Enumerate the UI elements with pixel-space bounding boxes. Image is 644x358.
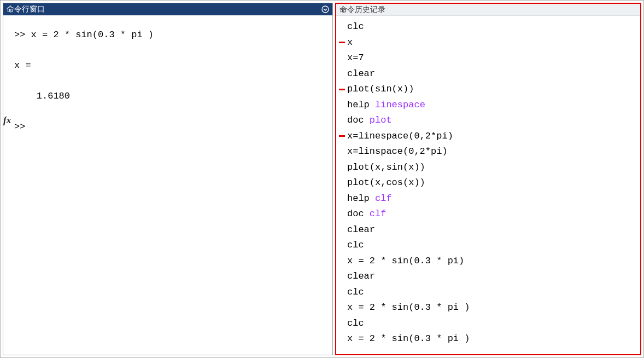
history-item-text: x: [347, 35, 353, 51]
history-error-marker: [336, 135, 347, 137]
history-item[interactable]: clc: [336, 285, 640, 301]
history-item-text: x = 2 * sin(0.3 * pi ): [347, 331, 470, 347]
history-item[interactable]: clear: [336, 269, 640, 285]
history-item[interactable]: clear: [336, 222, 640, 238]
command-window-title: 命令行窗口: [7, 4, 320, 14]
command-window-titlebar[interactable]: 命令行窗口: [3, 3, 332, 15]
history-item[interactable]: clc: [336, 316, 640, 332]
history-text-segment: clc: [347, 318, 364, 328]
history-item-text: plot(x,cos(x)): [347, 175, 425, 191]
history-item-text: clc: [347, 316, 364, 332]
history-item[interactable]: x: [336, 35, 640, 51]
chevron-down-circle-icon: [321, 5, 329, 13]
history-text-segment: help: [347, 193, 375, 204]
command-line: [14, 73, 332, 89]
history-item-text: x = 2 * sin(0.3 * pi): [347, 253, 464, 269]
history-item-text: help clf: [347, 191, 392, 207]
command-output[interactable]: >> x = 2 * sin(0.3 * pi ) x = 1.6180 >>: [14, 15, 332, 355]
history-text-segment: plot(x,sin(x)): [347, 162, 425, 172]
history-item-text: x=linspace(0,2*pi): [347, 144, 448, 160]
app-window: 命令行窗口 fx >> x = 2 * sin(0.3 * pi ) x = 1…: [0, 0, 644, 358]
history-item[interactable]: clear: [336, 66, 640, 82]
history-item-text: clear: [347, 66, 375, 82]
svg-point-0: [322, 6, 329, 13]
history-item-text: help linespace: [347, 97, 425, 113]
history-text-segment: x=7: [347, 53, 364, 63]
command-gutter: fx: [3, 15, 14, 355]
history-text-segment: x=linspace(0,2*pi): [347, 146, 448, 157]
history-title: 命令历史记录: [339, 5, 385, 15]
history-text-segment: plot(x,cos(x)): [347, 177, 425, 188]
history-panel: 命令历史记录 clcxx=7clearplot(sin(x))help line…: [335, 3, 641, 355]
history-item[interactable]: x=linspace(0,2*pi): [336, 144, 640, 160]
history-text-segment: x = 2 * sin(0.3 * pi ): [347, 333, 470, 344]
history-item-text: x = 2 * sin(0.3 * pi ): [347, 300, 470, 316]
history-text-segment: clc: [347, 287, 364, 297]
history-text-segment: clc: [347, 21, 364, 32]
history-text-segment: clear: [347, 224, 375, 235]
history-item[interactable]: help linespace: [336, 97, 640, 113]
history-text-segment: x: [347, 37, 353, 48]
history-item-text: doc clf: [347, 206, 386, 222]
history-text-segment: plot(sin(x)): [347, 84, 414, 94]
command-line: >> x = 2 * sin(0.3 * pi ): [14, 27, 332, 43]
history-item[interactable]: clc: [336, 19, 640, 35]
main-row: 命令行窗口 fx >> x = 2 * sin(0.3 * pi ) x = 1…: [1, 1, 643, 357]
history-item-text: doc plot: [347, 113, 392, 129]
history-item-text: clear: [347, 269, 375, 285]
history-item-text: clc: [347, 238, 364, 253]
history-keyword: linespace: [375, 100, 425, 110]
command-window-panel: 命令行窗口 fx >> x = 2 * sin(0.3 * pi ) x = 1…: [3, 3, 333, 355]
history-panel-wrapper: 命令历史记录 clcxx=7clearplot(sin(x))help line…: [335, 3, 641, 355]
history-list: clcxx=7clearplot(sin(x))help linespacedo…: [336, 16, 640, 347]
history-item[interactable]: x = 2 * sin(0.3 * pi): [336, 253, 640, 269]
history-text-segment: doc: [347, 209, 370, 219]
history-item[interactable]: doc plot: [336, 113, 640, 129]
history-item[interactable]: x = 2 * sin(0.3 * pi ): [336, 300, 640, 316]
history-error-marker: [336, 89, 347, 90]
history-text-segment: help: [347, 100, 375, 110]
history-item[interactable]: plot(x,cos(x)): [336, 175, 640, 191]
history-item-text: x=7: [347, 50, 364, 66]
command-line: [14, 43, 332, 58]
history-text-segment: clear: [347, 68, 375, 79]
history-item-text: clc: [347, 19, 364, 35]
history-item[interactable]: plot(sin(x)): [336, 82, 640, 97]
history-keyword: clf: [370, 209, 387, 219]
history-item-text: plot(sin(x)): [347, 82, 414, 97]
history-keyword: plot: [370, 115, 392, 125]
panel-menu-button[interactable]: [320, 4, 330, 14]
command-line: >>: [14, 119, 332, 135]
history-keyword: clf: [375, 193, 392, 204]
history-item[interactable]: plot(x,sin(x)): [336, 160, 640, 176]
history-item-text: clc: [347, 285, 364, 301]
history-item[interactable]: x=linespace(0,2*pi): [336, 129, 640, 145]
history-text-segment: x = 2 * sin(0.3 * pi ): [347, 302, 470, 313]
history-item-text: clear: [347, 222, 375, 238]
history-item[interactable]: x = 2 * sin(0.3 * pi ): [336, 331, 640, 347]
history-text-segment: doc: [347, 115, 370, 125]
history-item[interactable]: x=7: [336, 50, 640, 66]
history-item[interactable]: help clf: [336, 191, 640, 207]
history-text-segment: x=linespace(0,2*pi): [347, 131, 453, 141]
error-dash-icon: [339, 42, 345, 43]
history-item[interactable]: doc clf: [336, 206, 640, 222]
command-line: 1.6180: [14, 89, 332, 104]
error-dash-icon: [339, 135, 345, 137]
error-dash-icon: [339, 89, 345, 90]
history-item[interactable]: clc: [336, 238, 640, 253]
command-line: [14, 104, 332, 119]
command-line: x =: [14, 58, 332, 73]
history-titlebar[interactable]: 命令历史记录: [336, 4, 640, 16]
history-text-segment: x = 2 * sin(0.3 * pi): [347, 256, 464, 266]
history-text-segment: clear: [347, 271, 375, 281]
history-text-segment: clc: [347, 240, 364, 250]
history-item-text: plot(x,sin(x)): [347, 160, 425, 176]
history-error-marker: [336, 42, 347, 43]
history-item-text: x=linespace(0,2*pi): [347, 129, 453, 145]
fx-icon[interactable]: fx: [3, 113, 11, 128]
command-window-body[interactable]: fx >> x = 2 * sin(0.3 * pi ) x = 1.6180 …: [3, 15, 332, 355]
